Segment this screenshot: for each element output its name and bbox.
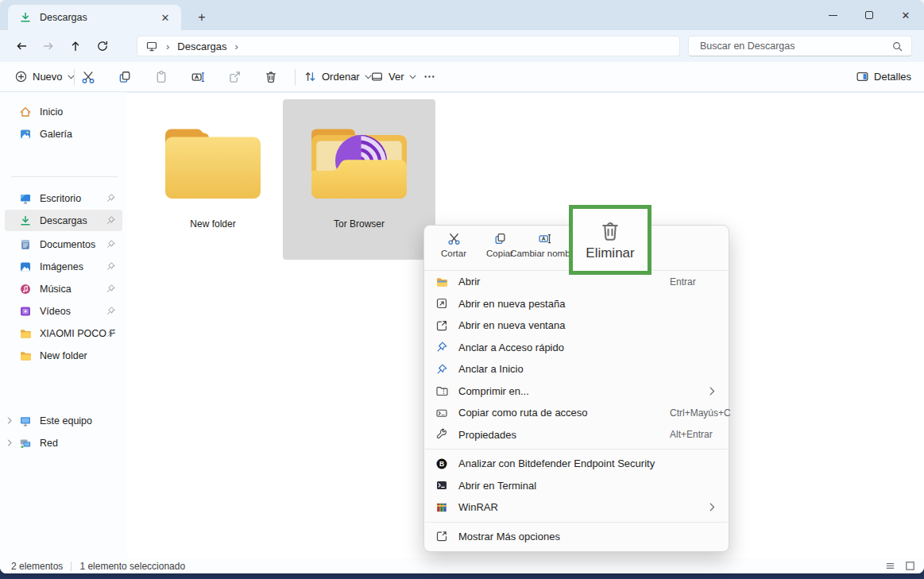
sidebar-item-xiaomi-poco[interactable]: XIAOMI POCO F	[5, 322, 122, 344]
details-button[interactable]: Detalles	[852, 62, 914, 91]
breadcrumb[interactable]: › Descargas ›	[137, 36, 680, 56]
search-input[interactable]	[700, 41, 891, 52]
menu-item-mostrar-mas-opciones[interactable]: Mostrar Más opciones	[428, 526, 725, 548]
file-tile-new-folder[interactable]: New folder	[137, 99, 289, 260]
status-divider	[71, 562, 72, 571]
menu-item-bitdefender[interactable]: B Analizar con Bitdefender Endpoint Secu…	[428, 453, 725, 475]
pin-icon	[106, 261, 116, 272]
ellipsis-icon	[423, 70, 436, 83]
folder-open-icon	[435, 276, 448, 288]
up-icon	[69, 40, 82, 52]
file-tile-tor-browser[interactable]: Tor Browser	[283, 99, 435, 260]
sidebar-item-inicio[interactable]: Inicio	[5, 101, 122, 122]
forward-icon	[42, 40, 55, 52]
sidebar-item-descargas[interactable]: Descargas	[5, 210, 122, 231]
file-name: Tor Browser	[334, 218, 385, 230]
more-options-button[interactable]	[419, 62, 439, 91]
pin-icon	[106, 239, 116, 249]
terminal-icon	[435, 479, 448, 492]
tab-close-icon[interactable]: ✕	[157, 10, 173, 25]
paste-button[interactable]	[151, 62, 172, 91]
sidebar-item-videos[interactable]: Vídeos	[5, 300, 122, 322]
cut-button[interactable]	[78, 62, 99, 91]
pin-icon	[435, 363, 448, 376]
menu-item-copiar-ruta[interactable]: Copiar como ruta de acceso Ctrl+Mayús+C	[428, 402, 725, 424]
menu-item-propiedades[interactable]: Propiedades Alt+Entrar	[428, 424, 725, 446]
highlight-annotation-eliminar[interactable]: Eliminar	[569, 205, 651, 275]
quick-action-rename[interactable]: Cambiar nombre	[516, 232, 572, 258]
sort-icon	[303, 70, 317, 83]
wrench-icon	[435, 428, 448, 441]
this-pc-icon	[19, 415, 32, 427]
view-button-label: Ver	[389, 71, 404, 83]
pin-icon	[106, 284, 116, 294]
view-button[interactable]: Ver	[367, 62, 419, 91]
rename-button[interactable]	[188, 62, 208, 91]
forward-button[interactable]	[35, 33, 62, 59]
new-button-label: Nuevo	[33, 71, 63, 83]
expand-chevron-icon	[6, 439, 14, 446]
up-button[interactable]	[62, 33, 89, 59]
share-button[interactable]	[224, 62, 245, 91]
expand-chevron-icon	[6, 417, 14, 424]
pin-icon	[106, 193, 116, 203]
menu-separator	[425, 449, 728, 450]
sort-button[interactable]: Ordenar	[300, 62, 375, 91]
sidebar-item-escritorio[interactable]: Escritorio	[5, 187, 122, 209]
minimize-button[interactable]	[814, 0, 851, 30]
delete-button[interactable]	[261, 62, 281, 91]
trash-icon	[264, 70, 278, 84]
icon-view-toggle-icon[interactable]	[904, 560, 916, 572]
tab-descargas[interactable]: Descargas ✕	[8, 5, 181, 30]
sidebar-item-este-equipo[interactable]: Este equipo	[5, 410, 122, 431]
breadcrumb-location[interactable]: Descargas	[177, 41, 226, 52]
sidebar-item-documentos[interactable]: Documentos	[5, 234, 122, 255]
menu-item-winrar[interactable]: WinRAR	[428, 496, 725, 519]
paste-icon	[154, 70, 168, 84]
music-icon	[19, 283, 32, 295]
cut-icon	[447, 232, 461, 245]
maximize-button[interactable]	[851, 0, 887, 30]
file-name: New folder	[190, 218, 235, 230]
tab-strip: Descargas ✕ + ✕	[0, 0, 924, 30]
menu-item-abrir-nueva-pestana[interactable]: Abrir en nueva pestaña	[428, 293, 725, 315]
menu-item-comprimir[interactable]: Comprimir en...	[428, 380, 725, 403]
sidebar-item-imagenes[interactable]: Imágenes	[5, 256, 122, 277]
back-button[interactable]	[8, 33, 35, 59]
view-icon	[370, 70, 384, 83]
menu-item-terminal[interactable]: Abrir en Terminal	[428, 475, 725, 497]
bitdefender-icon: B	[435, 457, 448, 470]
home-icon	[19, 106, 32, 118]
chevron-down-icon	[409, 75, 416, 79]
videos-icon	[19, 305, 32, 318]
sidebar-item-galeria[interactable]: Galería	[5, 123, 122, 145]
new-tab-button[interactable]: +	[192, 8, 211, 27]
rename-icon	[538, 232, 551, 245]
pin-icon	[106, 215, 116, 226]
share-icon	[227, 70, 242, 84]
sidebar-item-red[interactable]: Red	[5, 432, 122, 454]
quick-action-delete-label: Eliminar	[586, 245, 634, 261]
close-button[interactable]: ✕	[887, 0, 924, 30]
svg-text:B: B	[439, 460, 444, 468]
folder-closed-icon	[153, 112, 273, 214]
trash-icon	[598, 219, 622, 243]
copy-button[interactable]	[114, 62, 135, 91]
search-box[interactable]	[688, 36, 912, 56]
copy-icon	[118, 70, 132, 84]
open-new-tab-icon	[435, 297, 448, 310]
pictures-icon	[19, 261, 32, 273]
refresh-button[interactable]	[89, 33, 116, 59]
sidebar-item-musica[interactable]: Música	[5, 278, 122, 299]
menu-separator	[425, 522, 728, 523]
menu-item-anclar-inicio[interactable]: Anclar a Inicio	[428, 358, 725, 380]
menu-item-abrir-nueva-ventana[interactable]: Abrir en nueva ventana	[428, 315, 725, 337]
sidebar-item-new-folder[interactable]: New folder	[5, 345, 122, 366]
pin-icon	[106, 328, 116, 338]
status-bar: 2 elementos 1 elemento seleccionado	[0, 558, 924, 573]
sort-button-label: Ordenar	[322, 71, 360, 83]
new-button[interactable]: Nuevo	[11, 62, 78, 91]
command-bar: Nuevo Ordenar Ver	[0, 62, 924, 92]
list-view-toggle-icon[interactable]	[884, 560, 896, 572]
menu-item-anclar-acceso-rapido[interactable]: Anclar a Acceso rápido	[428, 337, 725, 359]
